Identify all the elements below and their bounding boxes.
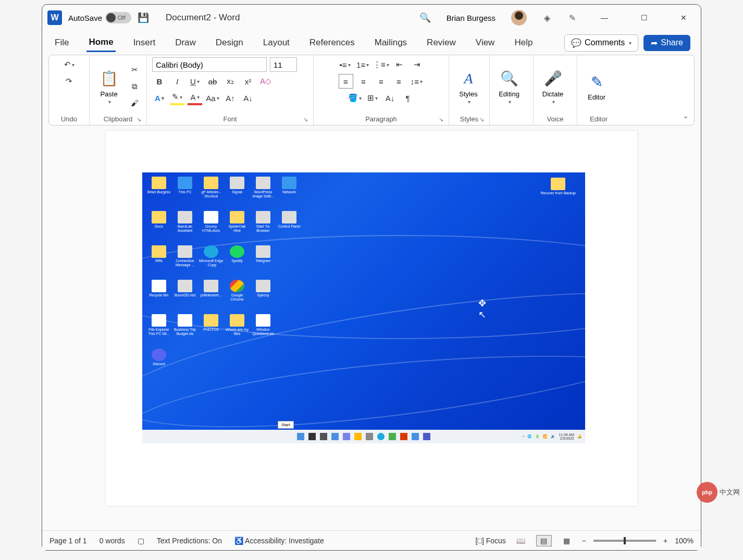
superscript-button[interactable]: x²: [241, 74, 255, 89]
search-icon[interactable]: 🔍: [419, 12, 431, 23]
italic-button[interactable]: I: [170, 74, 184, 89]
collapse-ribbon-icon[interactable]: ⌄: [683, 111, 689, 120]
read-mode-button[interactable]: 📖: [513, 535, 529, 546]
font-size-select[interactable]: [270, 57, 297, 72]
highlight-button[interactable]: ✎▾: [170, 91, 184, 105]
zoom-in-button[interactable]: +: [663, 537, 667, 545]
format-painter-button[interactable]: 🖌: [127, 96, 142, 110]
line-spacing-button[interactable]: ↕≡▾: [410, 74, 424, 89]
undo-button[interactable]: ↶▾: [62, 57, 77, 72]
launcher-icon[interactable]: ↘: [439, 116, 443, 123]
align-left-button[interactable]: ≡: [339, 74, 353, 89]
tab-file[interactable]: File: [53, 34, 71, 51]
inserted-screenshot[interactable]: Brian Burgess This PC gP Articles - Shor…: [142, 172, 585, 443]
text-effects-button[interactable]: A▾: [152, 91, 167, 105]
dictate-button[interactable]: 🎤 Dictate ▾: [539, 68, 567, 105]
word-count[interactable]: 0 words: [100, 537, 125, 545]
start-tooltip: Start: [278, 421, 294, 429]
watermark-badge: php: [697, 482, 717, 503]
editor-icon: ✎: [591, 71, 603, 92]
page-indicator[interactable]: Page 1 of 1: [49, 537, 87, 545]
editing-button[interactable]: 🔍 Editing ▾: [495, 68, 523, 105]
tab-design[interactable]: Design: [214, 34, 245, 51]
tab-help[interactable]: Help: [512, 34, 535, 51]
subscript-button[interactable]: x₂: [223, 74, 238, 89]
edge-taskbar-icon: [377, 433, 385, 440]
diamond-icon[interactable]: ◈: [542, 13, 552, 22]
increase-indent-button[interactable]: ⇥: [410, 57, 425, 72]
editor-btn-label: Editor: [588, 93, 605, 101]
comments-button[interactable]: 💬 Comments ▾: [564, 34, 638, 52]
close-button[interactable]: ✕: [672, 9, 696, 26]
autosave-toggle[interactable]: AutoSave Off: [68, 12, 131, 23]
zoom-slider[interactable]: [593, 540, 656, 542]
web-layout-button[interactable]: ▦: [559, 535, 575, 546]
numbering-button[interactable]: 1≡▾: [355, 57, 370, 72]
strikethrough-button[interactable]: ab: [205, 74, 220, 89]
zoom-level[interactable]: 100%: [675, 537, 694, 545]
document-area[interactable]: Brian Burgess This PC gP Articles - Shor…: [42, 126, 701, 530]
user-avatar[interactable]: [511, 10, 527, 26]
launcher-icon[interactable]: ↘: [137, 116, 141, 123]
bold-button[interactable]: B: [152, 74, 167, 89]
multilevel-button[interactable]: ⋮≡▾: [373, 57, 389, 72]
tab-insert[interactable]: Insert: [131, 34, 158, 51]
font-color-button[interactable]: A▾: [188, 91, 202, 105]
document-title[interactable]: Document2 - Word: [166, 13, 240, 23]
align-center-button[interactable]: ≡: [356, 74, 371, 89]
pen-icon[interactable]: ✎: [567, 13, 577, 22]
clear-formatting-button[interactable]: A◇: [258, 74, 273, 89]
tab-layout[interactable]: Layout: [261, 34, 292, 51]
maximize-button[interactable]: ☐: [632, 9, 656, 26]
focus-mode-button[interactable]: [□] Focus: [476, 537, 506, 545]
page[interactable]: Brian Burgess This PC gP Articles - Shor…: [106, 131, 637, 506]
sort-button[interactable]: A↓: [383, 91, 398, 105]
shading-button[interactable]: 🪣▾: [348, 91, 362, 105]
zoom-out-button[interactable]: −: [582, 537, 586, 545]
launcher-icon[interactable]: ↘: [479, 116, 484, 123]
spell-check-icon[interactable]: ▢: [138, 537, 144, 545]
tab-review[interactable]: Review: [425, 34, 458, 51]
group-voice-label: Voice: [539, 115, 572, 124]
cut-button[interactable]: ✂: [127, 63, 142, 77]
styles-button[interactable]: A Styles ▾: [454, 68, 482, 105]
redo-button[interactable]: ↷: [62, 74, 77, 89]
toggle-track[interactable]: Off: [105, 12, 131, 23]
tab-draw[interactable]: Draw: [173, 34, 198, 51]
save-icon[interactable]: 💾: [138, 12, 149, 23]
explorer-icon: [354, 433, 362, 440]
print-layout-button[interactable]: ▤: [536, 535, 552, 546]
copy-button[interactable]: ⧉: [127, 79, 142, 94]
tab-home[interactable]: Home: [86, 34, 115, 52]
toggle-knob: [106, 13, 116, 22]
change-case-button[interactable]: Aa▾: [205, 91, 220, 105]
decrease-indent-button[interactable]: ⇤: [392, 57, 407, 72]
toggle-state: Off: [118, 15, 125, 21]
minimize-button[interactable]: —: [592, 9, 616, 26]
accessibility-status[interactable]: ♿ Accessibility: Investigate: [234, 537, 324, 545]
grow-font-button[interactable]: A↑: [223, 91, 238, 105]
font-name-select[interactable]: [152, 57, 267, 72]
paste-label: Paste: [100, 90, 117, 98]
autosave-label: AutoSave: [68, 14, 102, 22]
tab-references[interactable]: References: [307, 34, 357, 51]
start-icon: [297, 433, 304, 440]
user-name[interactable]: Brian Burgess: [447, 14, 496, 22]
align-right-button[interactable]: ≡: [374, 74, 389, 89]
bullets-button[interactable]: •≡▾: [338, 57, 352, 72]
mic-icon: 🎤: [544, 68, 562, 89]
text-predictions[interactable]: Text Predictions: On: [157, 537, 222, 545]
clipboard-icon: 📋: [100, 68, 118, 89]
show-marks-button[interactable]: ¶: [401, 91, 415, 105]
underline-button[interactable]: U▾: [188, 74, 202, 89]
paste-button[interactable]: 📋 Paste ▾: [95, 68, 123, 105]
editor-button[interactable]: ✎ Editor: [583, 71, 611, 101]
group-clipboard-label: Clipboard↘: [95, 115, 141, 124]
tab-mailings[interactable]: Mailings: [373, 34, 409, 51]
justify-button[interactable]: ≡: [392, 74, 406, 89]
share-button[interactable]: ➦ Share: [643, 35, 690, 51]
tab-view[interactable]: View: [474, 34, 497, 51]
borders-button[interactable]: ⊞▾: [365, 91, 380, 105]
launcher-icon[interactable]: ↘: [303, 116, 308, 123]
shrink-font-button[interactable]: A↓: [241, 91, 255, 105]
